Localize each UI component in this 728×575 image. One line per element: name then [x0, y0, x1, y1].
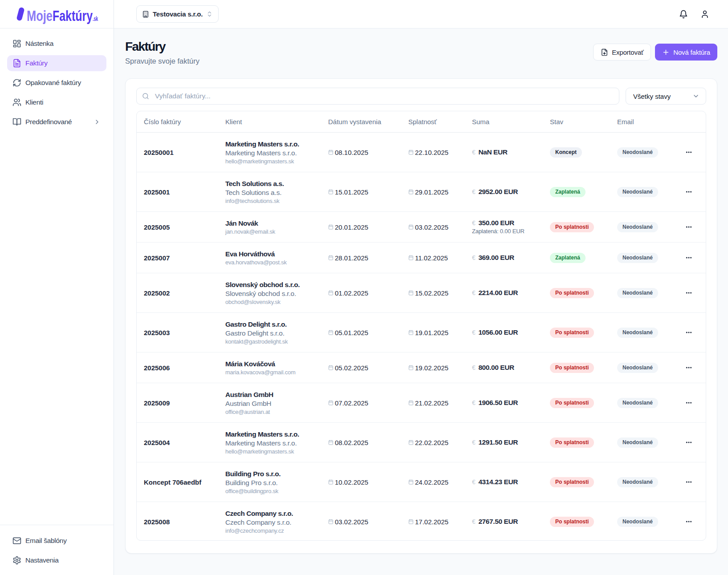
svg-text:Moje: Moje: [27, 7, 53, 24]
svg-text:Faktúry: Faktúry: [53, 7, 93, 24]
svg-text:.sk: .sk: [93, 15, 98, 22]
